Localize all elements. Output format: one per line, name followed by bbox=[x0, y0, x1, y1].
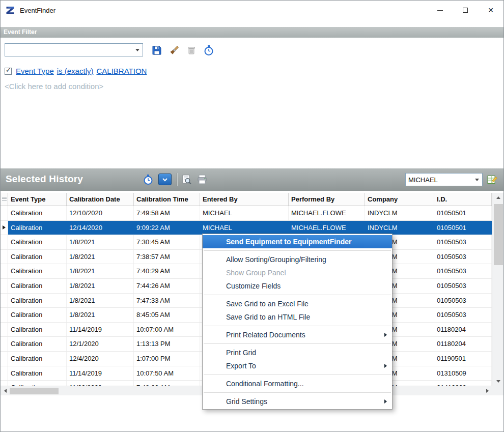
scroll-right-button[interactable] bbox=[483, 386, 492, 395]
cell-i-d[interactable]: 01050503 bbox=[434, 308, 492, 322]
column-header-i-d[interactable]: I.D. bbox=[434, 193, 492, 206]
menu-item-conditional-formatting[interactable]: Conditional Formatting... bbox=[203, 377, 392, 390]
horizontal-scrollbar-thumb[interactable] bbox=[10, 388, 59, 394]
add-condition-link[interactable]: <Click here to add condition> bbox=[5, 82, 103, 91]
cell-calibration-date[interactable]: 11/14/2019 bbox=[67, 323, 134, 337]
menu-item-export-to[interactable]: Export To bbox=[203, 359, 392, 372]
delete-filter-button[interactable] bbox=[185, 44, 198, 57]
cell-event-type[interactable]: Calibration bbox=[8, 264, 67, 278]
cell-calibration-time[interactable]: 7:48:00 AM bbox=[134, 381, 200, 386]
cell-event-type[interactable]: Calibration bbox=[8, 352, 67, 366]
edit-grid-button[interactable] bbox=[486, 174, 498, 186]
history-timer-button[interactable] bbox=[142, 174, 154, 186]
cell-i-d[interactable]: 01180204 bbox=[434, 337, 492, 351]
column-header-calibration-date[interactable]: Calibration Date bbox=[67, 193, 134, 206]
cell-calibration-date[interactable]: 1/8/2021 bbox=[67, 279, 134, 293]
history-dropdown-button[interactable] bbox=[158, 174, 172, 185]
cell-calibration-date[interactable]: 1/8/2021 bbox=[67, 235, 134, 249]
filter-preset-combobox[interactable] bbox=[5, 43, 143, 56]
save-filter-button[interactable] bbox=[150, 44, 163, 57]
cell-calibration-date[interactable]: 11/23/2020 bbox=[67, 381, 134, 386]
print-button[interactable] bbox=[196, 174, 208, 186]
cell-entered-by[interactable]: MICHAEL bbox=[200, 206, 289, 220]
menu-item-print-related-documents[interactable]: Print Related Documents bbox=[203, 328, 392, 341]
vertical-scrollbar[interactable] bbox=[492, 193, 504, 386]
cell-calibration-date[interactable]: 1/8/2021 bbox=[67, 308, 134, 322]
cell-calibration-time[interactable]: 7:40:29 AM bbox=[134, 264, 200, 278]
cell-i-d[interactable]: 01050503 bbox=[434, 264, 492, 278]
cell-i-d[interactable]: 01050503 bbox=[434, 235, 492, 249]
cell-calibration-date[interactable]: 12/4/2020 bbox=[67, 352, 134, 366]
cell-performed-by[interactable]: MICHAEL.FLOWE bbox=[289, 221, 365, 235]
cell-event-type[interactable]: Calibration bbox=[8, 250, 67, 264]
menu-item-send-equipment-to-equipmentfinder[interactable]: Send Equipment to EquipmentFinder bbox=[203, 235, 392, 248]
cell-calibration-time[interactable]: 7:44:26 AM bbox=[134, 279, 200, 293]
cell-i-d[interactable]: 01310509 bbox=[434, 366, 492, 381]
condition-field-link[interactable]: Event Type bbox=[16, 67, 54, 75]
cell-calibration-date[interactable]: 12/14/2020 bbox=[67, 221, 134, 235]
scroll-up-button[interactable] bbox=[492, 193, 504, 202]
cell-calibration-time[interactable]: 1:13:13 PM bbox=[134, 337, 200, 351]
cell-calibration-date[interactable]: 12/10/2020 bbox=[67, 206, 134, 220]
vertical-scrollbar-thumb[interactable] bbox=[494, 204, 503, 265]
cell-i-d[interactable]: 01410302 bbox=[434, 381, 492, 386]
condition-operator-link[interactable]: is (exactly) bbox=[57, 67, 94, 75]
cell-event-type[interactable]: Calibration bbox=[8, 235, 67, 249]
cell-calibration-time[interactable]: 7:30:45 AM bbox=[134, 235, 200, 249]
menu-item-grid-settings[interactable]: Grid Settings bbox=[203, 395, 392, 408]
cell-event-type[interactable]: Calibration bbox=[8, 221, 67, 235]
cell-event-type[interactable]: Calibration bbox=[8, 337, 67, 351]
condition-checkbox[interactable]: ✓ bbox=[5, 68, 12, 75]
clear-filter-button[interactable] bbox=[167, 44, 181, 57]
column-header-performed-by[interactable]: Performed By bbox=[289, 193, 365, 206]
cell-event-type[interactable]: Calibration bbox=[8, 366, 67, 381]
cell-calibration-time[interactable]: 10:07:50 AM bbox=[134, 366, 200, 381]
cell-event-type[interactable]: Calibration bbox=[8, 206, 67, 220]
scroll-left-button[interactable] bbox=[1, 386, 10, 395]
user-filter-combobox[interactable]: MICHAEL bbox=[405, 173, 483, 186]
combo-dropdown-arrow[interactable] bbox=[472, 174, 482, 186]
column-header-entered-by[interactable]: Entered By bbox=[200, 193, 289, 206]
menu-item-save-grid-to-an-excel-file[interactable]: Save Grid to an Excel File bbox=[203, 297, 392, 310]
cell-calibration-date[interactable]: 1/8/2021 bbox=[67, 264, 134, 278]
close-button[interactable]: ✕ bbox=[478, 1, 503, 20]
cell-calibration-time[interactable]: 7:47:33 AM bbox=[134, 294, 200, 308]
cell-entered-by[interactable]: MICHAEL bbox=[200, 221, 289, 235]
cell-calibration-time[interactable]: 7:38:57 AM bbox=[134, 250, 200, 264]
table-row[interactable]: Calibration12/14/20209:09:22 AMMICHAELMI… bbox=[1, 221, 492, 236]
cell-calibration-time[interactable]: 1:07:00 PM bbox=[134, 352, 200, 366]
cell-i-d[interactable]: 01190501 bbox=[434, 352, 492, 366]
cell-i-d[interactable]: 01180204 bbox=[434, 323, 492, 337]
column-header-event-type[interactable]: Event Type bbox=[8, 193, 67, 206]
column-header-calibration-time[interactable]: Calibration Time bbox=[134, 193, 200, 206]
menu-item-customize-fields[interactable]: Customize Fields bbox=[203, 279, 392, 293]
scroll-down-button[interactable] bbox=[492, 377, 504, 386]
cell-i-d[interactable]: 01050501 bbox=[434, 221, 492, 235]
print-preview-button[interactable] bbox=[180, 174, 192, 186]
cell-i-d[interactable]: 01050503 bbox=[434, 294, 492, 308]
cell-i-d[interactable]: 01050503 bbox=[434, 250, 492, 264]
cell-calibration-time[interactable]: 8:45:05 AM bbox=[134, 308, 200, 322]
condition-value-link[interactable]: CALIBRATION bbox=[96, 67, 147, 75]
cell-calibration-date[interactable]: 12/1/2020 bbox=[67, 337, 134, 351]
combo-dropdown-arrow[interactable] bbox=[132, 44, 143, 56]
menu-item-save-grid-to-an-html-file[interactable]: Save Grid to an HTML File bbox=[203, 310, 392, 324]
cell-event-type[interactable]: Calibration bbox=[8, 279, 67, 293]
table-row[interactable]: Calibration12/10/20207:49:58 AMMICHAELMI… bbox=[1, 206, 492, 221]
cell-calibration-date[interactable]: 1/8/2021 bbox=[67, 294, 134, 308]
cell-performed-by[interactable]: MICHAEL.FLOWE bbox=[289, 206, 365, 220]
cell-calibration-date[interactable]: 11/14/2019 bbox=[67, 366, 134, 381]
run-filter-timer-button[interactable] bbox=[202, 44, 215, 57]
column-header-company[interactable]: Company bbox=[365, 193, 434, 206]
cell-event-type[interactable]: Calibration bbox=[8, 294, 67, 308]
cell-i-d[interactable]: 01050503 bbox=[434, 279, 492, 293]
menu-item-print-grid[interactable]: Print Grid bbox=[203, 346, 392, 359]
cell-calibration-time[interactable]: 9:09:22 AM bbox=[134, 221, 200, 235]
menu-item-allow-sorting-grouping-filtering[interactable]: Allow Sorting/Grouping/Filtering bbox=[203, 253, 392, 266]
cell-event-type[interactable]: Calibration bbox=[8, 323, 67, 337]
cell-calibration-time[interactable]: 10:07:00 AM bbox=[134, 323, 200, 337]
cell-event-type[interactable]: Calibration bbox=[8, 308, 67, 322]
cell-calibration-time[interactable]: 7:49:58 AM bbox=[134, 206, 200, 220]
cell-company[interactable]: INDYCLM bbox=[365, 221, 434, 235]
cell-company[interactable]: INDYCLM bbox=[365, 206, 434, 220]
